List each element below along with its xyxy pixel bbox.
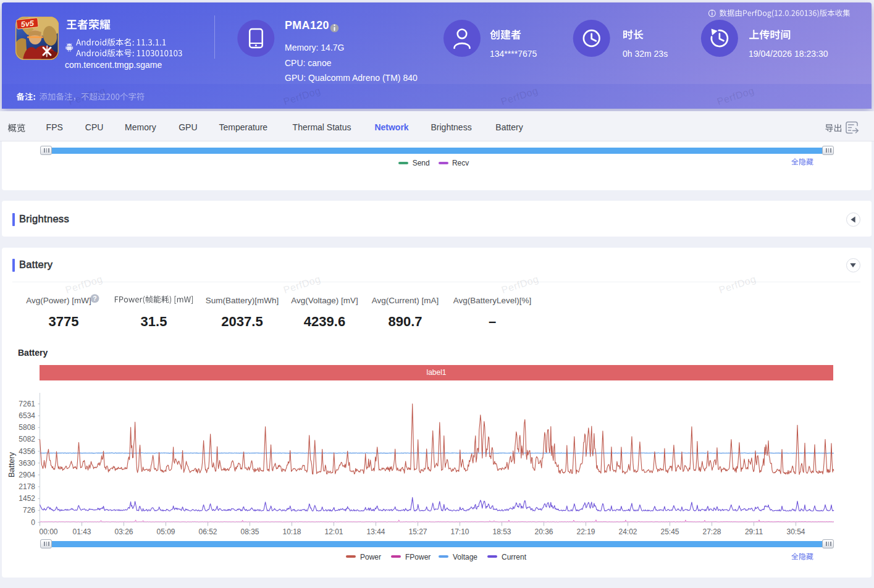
svg-text:5v5: 5v5 (20, 19, 35, 29)
svg-text:?: ? (93, 295, 96, 302)
